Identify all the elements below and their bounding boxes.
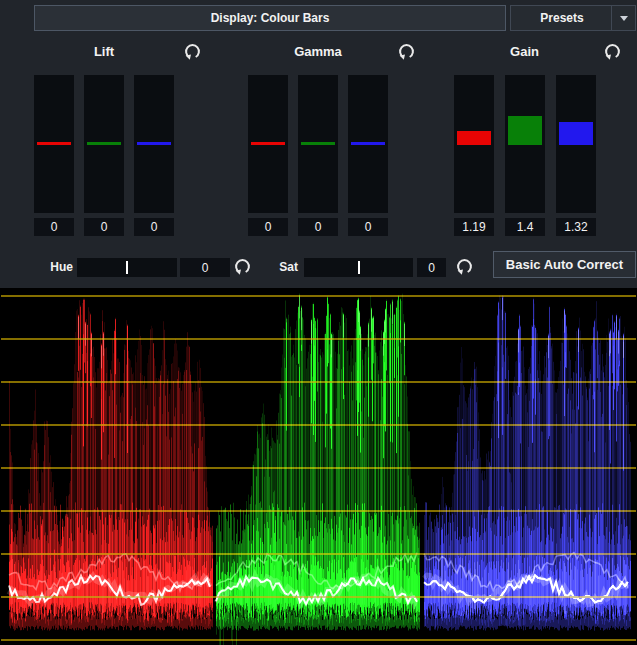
basic-auto-correct-label: Basic Auto Correct (506, 257, 623, 272)
lift-green-value: 0 (84, 218, 124, 236)
gain-green-value: 1.4 (505, 218, 545, 236)
gamma-red-slider[interactable] (248, 75, 288, 213)
gain-red-value: 1.19 (454, 218, 494, 236)
gamma-reset-icon[interactable] (397, 42, 416, 61)
gamma-blue-value: 0 (348, 218, 388, 236)
sat-slider[interactable] (304, 258, 413, 277)
lift-blue-slider[interactable] (134, 75, 174, 213)
gain-green-slider[interactable] (505, 75, 545, 213)
gain-section-label: Gain (444, 44, 605, 59)
lift-blue-handle[interactable] (137, 142, 171, 145)
gain-blue-slider[interactable] (556, 75, 596, 213)
lift-red-value: 0 (34, 218, 74, 236)
hue-reset-icon[interactable] (233, 257, 252, 276)
presets-label: Presets (540, 11, 583, 25)
gamma-green-slider[interactable] (298, 75, 338, 213)
gain-green-handle[interactable] (508, 116, 542, 145)
gamma-red-value: 0 (248, 218, 288, 236)
gain-blue-handle[interactable] (559, 122, 593, 145)
sat-value: 0 (417, 258, 446, 277)
sat-reset-icon[interactable] (455, 257, 474, 276)
hue-slider[interactable] (77, 258, 177, 277)
gain-reset-icon[interactable] (603, 42, 622, 61)
gain-red-slider[interactable] (454, 75, 494, 213)
lift-green-handle[interactable] (87, 142, 121, 145)
presets-dropdown-button[interactable] (611, 6, 635, 30)
display-mode-label: Display: Colour Bars (211, 11, 330, 25)
hue-label: Hue (38, 258, 73, 277)
gain-red-handle[interactable] (457, 131, 491, 145)
gamma-section-label: Gamma (238, 44, 398, 59)
gamma-blue-handle[interactable] (351, 142, 385, 145)
lift-reset-icon[interactable] (183, 42, 202, 61)
lift-blue-value: 0 (134, 218, 174, 236)
sat-label: Sat (274, 258, 298, 277)
sat-slider-thumb[interactable] (358, 261, 360, 274)
lift-red-handle[interactable] (37, 142, 71, 145)
colour-correction-panel: Display: Colour Bars Presets Lift Gamma … (0, 0, 637, 645)
presets-button[interactable]: Presets (510, 5, 636, 31)
hue-slider-thumb[interactable] (126, 261, 128, 274)
rgb-parade-waveform-scope (0, 288, 637, 645)
gamma-red-handle[interactable] (251, 142, 285, 145)
gamma-blue-slider[interactable] (348, 75, 388, 213)
lift-section-label: Lift (24, 44, 184, 59)
basic-auto-correct-button[interactable]: Basic Auto Correct (493, 251, 636, 278)
gamma-green-value: 0 (298, 218, 338, 236)
lift-green-slider[interactable] (84, 75, 124, 213)
lift-red-slider[interactable] (34, 75, 74, 213)
display-mode-button[interactable]: Display: Colour Bars (34, 5, 506, 31)
chevron-down-icon (620, 16, 628, 25)
gamma-green-handle[interactable] (301, 142, 335, 145)
hue-value: 0 (180, 258, 230, 277)
gain-blue-value: 1.32 (556, 218, 596, 236)
